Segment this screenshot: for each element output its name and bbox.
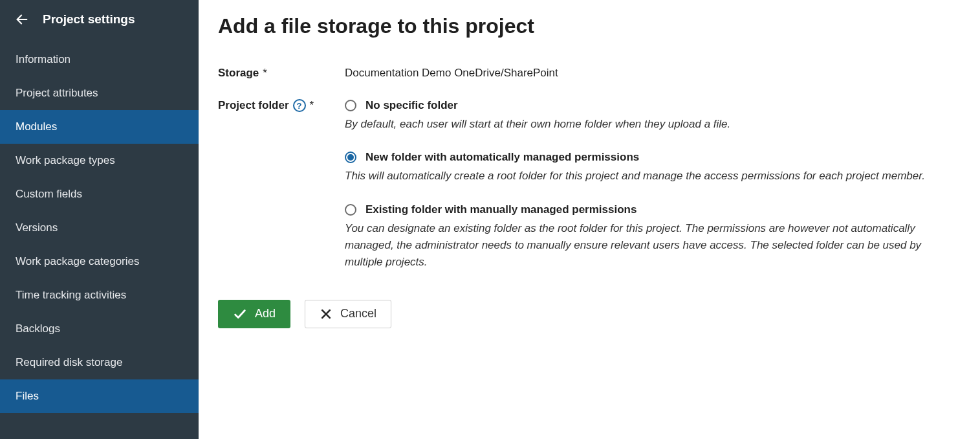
sidebar-item-versions[interactable]: Versions xyxy=(0,211,199,245)
radio-label-existing-folder: Existing folder with manually managed pe… xyxy=(365,203,637,216)
storage-row: Storage * Documentation Demo OneDrive/Sh… xyxy=(218,67,961,80)
sidebar-item-required-disk-storage[interactable]: Required disk storage xyxy=(0,346,199,379)
check-icon xyxy=(233,307,247,321)
radio-label-new-folder: New folder with automatically managed pe… xyxy=(365,151,639,164)
sidebar-item-time-tracking-activities[interactable]: Time tracking activities xyxy=(0,278,199,312)
sidebar: Project settings Information Project att… xyxy=(0,0,199,439)
radio-icon[interactable] xyxy=(345,100,356,111)
radio-option-existing-folder[interactable]: Existing folder with manually managed pe… xyxy=(345,203,961,271)
page-title: Add a file storage to this project xyxy=(218,14,961,38)
sidebar-title: Project settings xyxy=(43,12,135,27)
radio-desc-no-specific: By default, each user will start at thei… xyxy=(345,116,961,133)
storage-label-text: Storage xyxy=(218,67,259,80)
radio-option-no-specific[interactable]: No specific folder By default, each user… xyxy=(345,99,961,133)
sidebar-item-backlogs[interactable]: Backlogs xyxy=(0,312,199,346)
radio-label-no-specific: No specific folder xyxy=(365,99,458,112)
sidebar-item-work-package-types[interactable]: Work package types xyxy=(0,144,199,177)
radio-icon[interactable] xyxy=(345,152,356,163)
project-folder-required-mark: * xyxy=(310,99,314,112)
sidebar-item-files[interactable]: Files xyxy=(0,379,199,413)
radio-option-new-folder[interactable]: New folder with automatically managed pe… xyxy=(345,151,961,185)
main-content: Add a file storage to this project Stora… xyxy=(199,0,980,439)
storage-label: Storage * xyxy=(218,67,345,80)
button-row: Add Cancel xyxy=(218,300,961,328)
radio-icon[interactable] xyxy=(345,204,356,216)
sidebar-item-information[interactable]: Information xyxy=(0,43,199,76)
sidebar-item-work-package-categories[interactable]: Work package categories xyxy=(0,245,199,278)
project-folder-label-text: Project folder xyxy=(218,99,289,112)
project-folder-row: Project folder ? * No specific folder By… xyxy=(218,99,961,271)
add-button-label: Add xyxy=(255,307,276,321)
add-button[interactable]: Add xyxy=(218,300,290,328)
project-folder-options: No specific folder By default, each user… xyxy=(345,99,961,271)
close-icon xyxy=(320,308,332,321)
help-icon[interactable]: ? xyxy=(293,99,306,112)
storage-required-mark: * xyxy=(263,67,267,80)
back-arrow-icon[interactable] xyxy=(14,12,30,27)
project-folder-label: Project folder ? * xyxy=(218,99,345,112)
radio-desc-new-folder: This will automatically create a root fo… xyxy=(345,168,961,185)
cancel-button[interactable]: Cancel xyxy=(305,300,391,328)
radio-desc-existing-folder: You can designate an existing folder as … xyxy=(345,220,961,271)
cancel-button-label: Cancel xyxy=(340,307,376,321)
sidebar-item-custom-fields[interactable]: Custom fields xyxy=(0,177,199,211)
storage-value: Documentation Demo OneDrive/SharePoint xyxy=(345,67,961,80)
sidebar-item-project-attributes[interactable]: Project attributes xyxy=(0,76,199,110)
sidebar-item-modules[interactable]: Modules xyxy=(0,110,199,144)
sidebar-header: Project settings xyxy=(0,0,199,43)
